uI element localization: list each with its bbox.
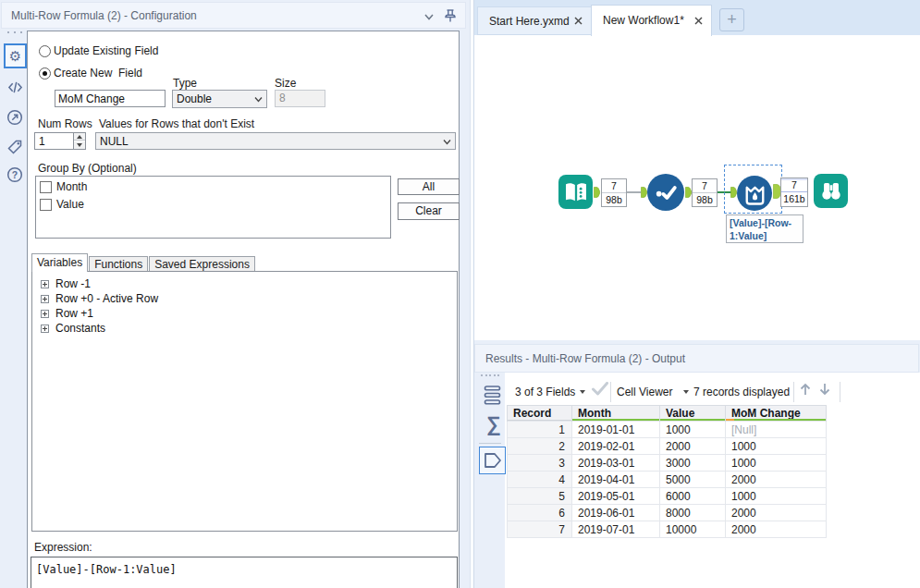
table-row[interactable]: 32019-03-0130001000: [508, 455, 827, 472]
browse-tool[interactable]: [814, 174, 848, 208]
values-dropdown[interactable]: NULL: [95, 132, 456, 150]
table-row[interactable]: 12019-01-011000[Null]: [508, 422, 827, 438]
multi-row-formula-tool[interactable]: [737, 176, 772, 211]
data-cell[interactable]: 1000: [726, 438, 827, 455]
configuration-tab-selected[interactable]: ⚙: [4, 43, 27, 68]
tree-item[interactable]: Row -1: [41, 276, 457, 291]
spinner-down-icon[interactable]: [74, 141, 85, 149]
data-cell[interactable]: 3000: [660, 455, 726, 472]
expand-icon[interactable]: [41, 325, 49, 333]
drag-handle-dots[interactable]: [7, 31, 22, 33]
all-button[interactable]: All: [398, 178, 460, 195]
data-cell[interactable]: 2019-02-01: [572, 438, 660, 455]
radio-create-new[interactable]: [39, 67, 51, 80]
chevron-down-icon[interactable]: [423, 10, 435, 23]
connection-line[interactable]: [627, 191, 641, 193]
metadata-view-icon[interactable]: ∑: [483, 411, 505, 437]
data-cell[interactable]: 2000: [726, 521, 827, 538]
clear-button[interactable]: Clear: [398, 202, 460, 220]
output-anchor-button[interactable]: [479, 447, 506, 474]
spinner-up-icon[interactable]: [74, 133, 85, 141]
data-cell[interactable]: 1000: [660, 422, 726, 438]
record-cell[interactable]: 4: [508, 472, 572, 488]
grid-view-icon[interactable]: [483, 384, 503, 407]
connection-progress-2[interactable]: 7 98b: [692, 178, 718, 207]
data-cell[interactable]: 10000: [660, 521, 726, 538]
data-cell[interactable]: 1000: [726, 488, 827, 505]
caret-down-icon[interactable]: [683, 390, 689, 394]
record-cell[interactable]: 2: [508, 438, 572, 455]
pin-icon[interactable]: [443, 7, 458, 24]
close-icon[interactable]: [693, 16, 704, 26]
help-icon[interactable]: ?: [5, 165, 25, 185]
expand-icon[interactable]: [41, 295, 49, 303]
record-cell[interactable]: 6: [508, 505, 572, 521]
data-cell[interactable]: 2019-05-01: [572, 488, 660, 505]
data-cell[interactable]: 2019-06-01: [572, 505, 660, 521]
field-name-input[interactable]: [55, 90, 166, 107]
down-arrow-icon[interactable]: [817, 382, 832, 397]
tab-new-workflow1[interactable]: New Workflow1*: [591, 5, 712, 36]
column-header[interactable]: Record: [508, 406, 572, 422]
data-cell[interactable]: 2000: [726, 472, 827, 488]
group-by-row[interactable]: Value: [40, 197, 390, 212]
select-tool[interactable]: [647, 174, 684, 211]
type-dropdown[interactable]: Double: [172, 90, 267, 108]
input-data-tool[interactable]: [558, 175, 593, 209]
record-cell[interactable]: 1: [508, 422, 572, 438]
tree-item[interactable]: Constants: [41, 321, 457, 336]
connection-progress-1[interactable]: 7 98b: [601, 178, 627, 207]
checkbox[interactable]: [40, 199, 52, 211]
tree-item[interactable]: Row +0 - Active Row: [41, 291, 457, 306]
expand-icon[interactable]: [41, 280, 49, 288]
tool-annotation[interactable]: [Value]-[Row- 1:Value]: [726, 214, 803, 243]
column-header[interactable]: Value: [660, 406, 726, 422]
column-header[interactable]: MoM Change: [726, 406, 827, 422]
drag-handle-dots[interactable]: [481, 374, 499, 376]
check-icon: [654, 180, 678, 204]
tab-start-here[interactable]: Start Here.yxmd: [477, 6, 592, 35]
tab-saved-expressions[interactable]: Saved Expressions: [149, 256, 255, 271]
code-icon[interactable]: [5, 77, 25, 97]
close-icon[interactable]: [573, 16, 583, 26]
fields-dropdown[interactable]: 3 of 3 Fields: [515, 386, 575, 398]
data-cell[interactable]: 2000: [726, 505, 827, 521]
data-cell[interactable]: 2000: [660, 438, 726, 455]
add-tab-button[interactable]: +: [719, 8, 744, 31]
table-row[interactable]: 22019-02-0120001000: [508, 438, 827, 455]
up-arrow-icon[interactable]: [798, 382, 813, 397]
checkbox[interactable]: [40, 181, 52, 193]
record-cell[interactable]: 7: [508, 521, 572, 538]
record-cell[interactable]: 3: [508, 455, 572, 472]
data-cell[interactable]: [Null]: [726, 422, 827, 438]
tab-variables[interactable]: Variables: [31, 253, 88, 272]
apply-check-icon[interactable]: [592, 382, 608, 396]
caret-down-icon[interactable]: [580, 390, 585, 394]
workflow-canvas[interactable]: 7 98b 7 98b: [474, 35, 920, 340]
connection-progress-3[interactable]: 7 161b: [780, 178, 808, 207]
tag-icon[interactable]: [5, 137, 25, 157]
table-row[interactable]: 42019-04-0150002000: [508, 472, 827, 488]
cell-viewer-dropdown[interactable]: Cell Viewer: [617, 386, 672, 398]
data-cell[interactable]: 2019-03-01: [572, 455, 660, 472]
expression-editor[interactable]: [Value]-[Row-1:Value]: [31, 557, 458, 588]
expand-icon[interactable]: [41, 310, 49, 318]
data-cell[interactable]: 8000: [660, 505, 726, 521]
table-row[interactable]: 52019-05-0160001000: [508, 488, 827, 505]
record-cell[interactable]: 5: [508, 488, 572, 505]
tree-item[interactable]: Row +1: [41, 306, 457, 321]
data-cell[interactable]: 2019-07-01: [572, 521, 660, 538]
tab-functions[interactable]: Functions: [89, 256, 148, 271]
data-cell[interactable]: 1000: [726, 455, 827, 472]
data-cell[interactable]: 2019-01-01: [572, 422, 660, 438]
data-cell[interactable]: 5000: [660, 472, 726, 488]
group-by-row[interactable]: Month: [40, 179, 390, 194]
radio-update-existing[interactable]: [39, 45, 51, 57]
data-cell[interactable]: 2019-04-01: [572, 472, 660, 488]
table-row[interactable]: 62019-06-0180002000: [508, 505, 827, 521]
num-rows-spinner[interactable]: 1: [34, 132, 86, 150]
column-header[interactable]: Month: [572, 406, 660, 422]
run-arrow-icon[interactable]: [5, 107, 25, 128]
data-cell[interactable]: 6000: [660, 488, 726, 505]
table-row[interactable]: 72019-07-01100002000: [508, 521, 827, 538]
